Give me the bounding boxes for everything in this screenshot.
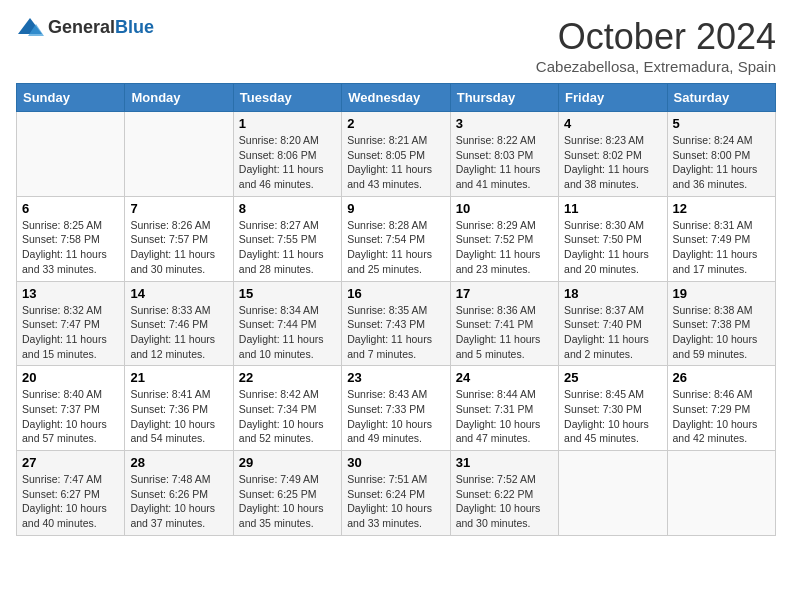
day-number: 19	[673, 286, 770, 301]
day-detail: Sunrise: 8:38 AM Sunset: 7:38 PM Dayligh…	[673, 303, 770, 362]
calendar-cell: 23Sunrise: 8:43 AM Sunset: 7:33 PM Dayli…	[342, 366, 450, 451]
day-detail: Sunrise: 8:43 AM Sunset: 7:33 PM Dayligh…	[347, 387, 444, 446]
day-detail: Sunrise: 8:23 AM Sunset: 8:02 PM Dayligh…	[564, 133, 661, 192]
calendar-cell: 6Sunrise: 8:25 AM Sunset: 7:58 PM Daylig…	[17, 196, 125, 281]
calendar-week-5: 27Sunrise: 7:47 AM Sunset: 6:27 PM Dayli…	[17, 451, 776, 536]
calendar-cell: 13Sunrise: 8:32 AM Sunset: 7:47 PM Dayli…	[17, 281, 125, 366]
calendar-cell: 20Sunrise: 8:40 AM Sunset: 7:37 PM Dayli…	[17, 366, 125, 451]
day-detail: Sunrise: 8:35 AM Sunset: 7:43 PM Dayligh…	[347, 303, 444, 362]
day-number: 10	[456, 201, 553, 216]
day-number: 8	[239, 201, 336, 216]
day-detail: Sunrise: 8:41 AM Sunset: 7:36 PM Dayligh…	[130, 387, 227, 446]
day-number: 18	[564, 286, 661, 301]
calendar-cell: 16Sunrise: 8:35 AM Sunset: 7:43 PM Dayli…	[342, 281, 450, 366]
day-detail: Sunrise: 8:40 AM Sunset: 7:37 PM Dayligh…	[22, 387, 119, 446]
calendar-cell: 3Sunrise: 8:22 AM Sunset: 8:03 PM Daylig…	[450, 112, 558, 197]
calendar-cell: 1Sunrise: 8:20 AM Sunset: 8:06 PM Daylig…	[233, 112, 341, 197]
weekday-header-wednesday: Wednesday	[342, 84, 450, 112]
day-detail: Sunrise: 8:44 AM Sunset: 7:31 PM Dayligh…	[456, 387, 553, 446]
day-detail: Sunrise: 8:30 AM Sunset: 7:50 PM Dayligh…	[564, 218, 661, 277]
calendar-cell: 21Sunrise: 8:41 AM Sunset: 7:36 PM Dayli…	[125, 366, 233, 451]
day-number: 23	[347, 370, 444, 385]
weekday-header-sunday: Sunday	[17, 84, 125, 112]
day-detail: Sunrise: 7:52 AM Sunset: 6:22 PM Dayligh…	[456, 472, 553, 531]
calendar-week-4: 20Sunrise: 8:40 AM Sunset: 7:37 PM Dayli…	[17, 366, 776, 451]
day-number: 11	[564, 201, 661, 216]
day-number: 15	[239, 286, 336, 301]
calendar-cell	[559, 451, 667, 536]
weekday-header-tuesday: Tuesday	[233, 84, 341, 112]
calendar-cell: 4Sunrise: 8:23 AM Sunset: 8:02 PM Daylig…	[559, 112, 667, 197]
day-number: 22	[239, 370, 336, 385]
day-number: 1	[239, 116, 336, 131]
calendar-cell: 31Sunrise: 7:52 AM Sunset: 6:22 PM Dayli…	[450, 451, 558, 536]
title-block: October 2024 Cabezabellosa, Extremadura,…	[536, 16, 776, 75]
day-detail: Sunrise: 8:32 AM Sunset: 7:47 PM Dayligh…	[22, 303, 119, 362]
day-detail: Sunrise: 8:22 AM Sunset: 8:03 PM Dayligh…	[456, 133, 553, 192]
day-detail: Sunrise: 8:29 AM Sunset: 7:52 PM Dayligh…	[456, 218, 553, 277]
day-detail: Sunrise: 7:49 AM Sunset: 6:25 PM Dayligh…	[239, 472, 336, 531]
calendar-cell: 17Sunrise: 8:36 AM Sunset: 7:41 PM Dayli…	[450, 281, 558, 366]
calendar-cell	[125, 112, 233, 197]
day-detail: Sunrise: 7:47 AM Sunset: 6:27 PM Dayligh…	[22, 472, 119, 531]
day-number: 2	[347, 116, 444, 131]
day-number: 27	[22, 455, 119, 470]
day-detail: Sunrise: 8:36 AM Sunset: 7:41 PM Dayligh…	[456, 303, 553, 362]
calendar-cell: 19Sunrise: 8:38 AM Sunset: 7:38 PM Dayli…	[667, 281, 775, 366]
calendar-cell: 30Sunrise: 7:51 AM Sunset: 6:24 PM Dayli…	[342, 451, 450, 536]
calendar-table: SundayMondayTuesdayWednesdayThursdayFrid…	[16, 83, 776, 536]
day-detail: Sunrise: 8:21 AM Sunset: 8:05 PM Dayligh…	[347, 133, 444, 192]
weekday-header-saturday: Saturday	[667, 84, 775, 112]
calendar-cell: 8Sunrise: 8:27 AM Sunset: 7:55 PM Daylig…	[233, 196, 341, 281]
day-number: 28	[130, 455, 227, 470]
day-detail: Sunrise: 8:27 AM Sunset: 7:55 PM Dayligh…	[239, 218, 336, 277]
day-detail: Sunrise: 8:24 AM Sunset: 8:00 PM Dayligh…	[673, 133, 770, 192]
calendar-week-1: 1Sunrise: 8:20 AM Sunset: 8:06 PM Daylig…	[17, 112, 776, 197]
day-number: 6	[22, 201, 119, 216]
day-detail: Sunrise: 8:20 AM Sunset: 8:06 PM Dayligh…	[239, 133, 336, 192]
calendar-cell: 10Sunrise: 8:29 AM Sunset: 7:52 PM Dayli…	[450, 196, 558, 281]
day-number: 12	[673, 201, 770, 216]
day-detail: Sunrise: 8:42 AM Sunset: 7:34 PM Dayligh…	[239, 387, 336, 446]
day-detail: Sunrise: 8:25 AM Sunset: 7:58 PM Dayligh…	[22, 218, 119, 277]
day-number: 3	[456, 116, 553, 131]
weekday-header-thursday: Thursday	[450, 84, 558, 112]
day-detail: Sunrise: 7:51 AM Sunset: 6:24 PM Dayligh…	[347, 472, 444, 531]
day-number: 26	[673, 370, 770, 385]
day-number: 5	[673, 116, 770, 131]
calendar-body: 1Sunrise: 8:20 AM Sunset: 8:06 PM Daylig…	[17, 112, 776, 536]
day-detail: Sunrise: 7:48 AM Sunset: 6:26 PM Dayligh…	[130, 472, 227, 531]
calendar-header: SundayMondayTuesdayWednesdayThursdayFrid…	[17, 84, 776, 112]
calendar-cell: 24Sunrise: 8:44 AM Sunset: 7:31 PM Dayli…	[450, 366, 558, 451]
day-detail: Sunrise: 8:33 AM Sunset: 7:46 PM Dayligh…	[130, 303, 227, 362]
day-detail: Sunrise: 8:28 AM Sunset: 7:54 PM Dayligh…	[347, 218, 444, 277]
calendar-cell: 26Sunrise: 8:46 AM Sunset: 7:29 PM Dayli…	[667, 366, 775, 451]
day-detail: Sunrise: 8:37 AM Sunset: 7:40 PM Dayligh…	[564, 303, 661, 362]
day-number: 20	[22, 370, 119, 385]
day-number: 13	[22, 286, 119, 301]
calendar-cell: 15Sunrise: 8:34 AM Sunset: 7:44 PM Dayli…	[233, 281, 341, 366]
logo-text-blue: Blue	[115, 17, 154, 37]
day-detail: Sunrise: 8:31 AM Sunset: 7:49 PM Dayligh…	[673, 218, 770, 277]
logo-icon	[16, 16, 44, 38]
calendar-title: October 2024	[536, 16, 776, 58]
day-detail: Sunrise: 8:46 AM Sunset: 7:29 PM Dayligh…	[673, 387, 770, 446]
day-number: 30	[347, 455, 444, 470]
calendar-week-3: 13Sunrise: 8:32 AM Sunset: 7:47 PM Dayli…	[17, 281, 776, 366]
day-number: 31	[456, 455, 553, 470]
day-number: 21	[130, 370, 227, 385]
calendar-cell: 9Sunrise: 8:28 AM Sunset: 7:54 PM Daylig…	[342, 196, 450, 281]
day-number: 14	[130, 286, 227, 301]
calendar-cell: 25Sunrise: 8:45 AM Sunset: 7:30 PM Dayli…	[559, 366, 667, 451]
day-number: 4	[564, 116, 661, 131]
calendar-week-2: 6Sunrise: 8:25 AM Sunset: 7:58 PM Daylig…	[17, 196, 776, 281]
day-detail: Sunrise: 8:45 AM Sunset: 7:30 PM Dayligh…	[564, 387, 661, 446]
calendar-location: Cabezabellosa, Extremadura, Spain	[536, 58, 776, 75]
day-number: 9	[347, 201, 444, 216]
calendar-cell: 22Sunrise: 8:42 AM Sunset: 7:34 PM Dayli…	[233, 366, 341, 451]
logo-text-general: General	[48, 17, 115, 37]
calendar-cell: 12Sunrise: 8:31 AM Sunset: 7:49 PM Dayli…	[667, 196, 775, 281]
calendar-cell: 2Sunrise: 8:21 AM Sunset: 8:05 PM Daylig…	[342, 112, 450, 197]
weekday-header-friday: Friday	[559, 84, 667, 112]
day-number: 29	[239, 455, 336, 470]
